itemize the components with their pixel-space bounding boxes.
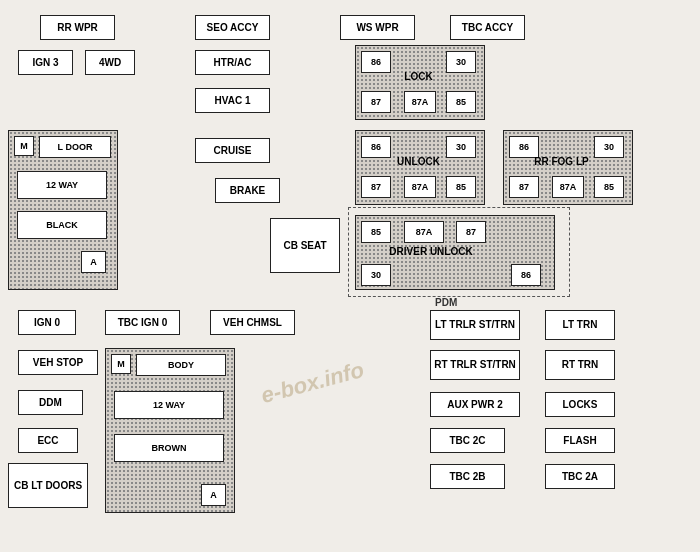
veh-stop-box: VEH STOP bbox=[18, 350, 98, 375]
lock-86: 86 bbox=[361, 51, 391, 73]
aux-pwr2-box: AUX PWR 2 bbox=[430, 392, 520, 417]
rt-trlr-sttrn-box: RT TRLR ST/TRN bbox=[430, 350, 520, 380]
brake-box: BRAKE bbox=[215, 178, 280, 203]
tbc-2a-box: TBC 2A bbox=[545, 464, 615, 489]
htr-ac-box: HTR/AC bbox=[195, 50, 270, 75]
black-box: BLACK bbox=[17, 211, 107, 239]
fwd-box: 4WD bbox=[85, 50, 135, 75]
lt-trlr-sttrn-box: LT TRLR ST/TRN bbox=[430, 310, 520, 340]
lt-trn-box: LT TRN bbox=[545, 310, 615, 340]
cb-seat-box: CB SEAT bbox=[270, 218, 340, 273]
hvac1-box: HVAC 1 bbox=[195, 88, 270, 113]
unlock-86: 86 bbox=[361, 136, 391, 158]
fog-86: 86 bbox=[509, 136, 539, 158]
tbc-2b-box: TBC 2B bbox=[430, 464, 505, 489]
ddm-box: DDM bbox=[18, 390, 83, 415]
12way-bot-box: 12 WAY bbox=[114, 391, 224, 419]
fog-87a: 87A bbox=[552, 176, 584, 198]
unlock-label: UNLOCK bbox=[386, 156, 451, 167]
bottom-connector-group: M BODY 12 WAY BROWN A bbox=[105, 348, 235, 513]
12way-top-box: 12 WAY bbox=[17, 171, 107, 199]
a-top-box: A bbox=[81, 251, 106, 273]
ws-wpr-box: WS WPR bbox=[340, 15, 415, 40]
left-connector-group: M L DOOR 12 WAY BLACK A bbox=[8, 130, 118, 290]
pdm-label: PDM bbox=[435, 297, 457, 308]
seo-accy-box: SEO ACCY bbox=[195, 15, 270, 40]
unlock-87a: 87A bbox=[404, 176, 436, 198]
ecc-box: ECC bbox=[18, 428, 78, 453]
unlock-85: 85 bbox=[446, 176, 476, 198]
brown-box: BROWN bbox=[114, 434, 224, 462]
tbc-ign0-box: TBC IGN 0 bbox=[105, 310, 180, 335]
m-bottom-label: M bbox=[111, 354, 131, 374]
rr-fog-label: RR FOG LP bbox=[529, 156, 594, 167]
cruise-box: CRUISE bbox=[195, 138, 270, 163]
unlock-30: 30 bbox=[446, 136, 476, 158]
m-top-label: M bbox=[14, 136, 34, 156]
watermark: e-box.info bbox=[258, 357, 366, 409]
lock-87: 87 bbox=[361, 91, 391, 113]
lock-87a: 87A bbox=[404, 91, 436, 113]
rr-fog-relay-group: 86 30 RR FOG LP 87 87A 85 bbox=[503, 130, 633, 205]
locks-box: LOCKS bbox=[545, 392, 615, 417]
tbc-accy-box: TBC ACCY bbox=[450, 15, 525, 40]
flash-box: FLASH bbox=[545, 428, 615, 453]
fog-87: 87 bbox=[509, 176, 539, 198]
unlock-relay-group: 86 30 UNLOCK 87 87A 85 bbox=[355, 130, 485, 205]
lock-85: 85 bbox=[446, 91, 476, 113]
ign0-box: IGN 0 bbox=[18, 310, 76, 335]
fog-30: 30 bbox=[594, 136, 624, 158]
pdm-border bbox=[348, 207, 570, 297]
a-bottom-box: A bbox=[201, 484, 226, 506]
unlock-87: 87 bbox=[361, 176, 391, 198]
ign3-box: IGN 3 bbox=[18, 50, 73, 75]
tbc-2c-box: TBC 2C bbox=[430, 428, 505, 453]
cb-lt-doors-box: CB LT DOORS bbox=[8, 463, 88, 508]
rt-trn-box: RT TRN bbox=[545, 350, 615, 380]
fog-85: 85 bbox=[594, 176, 624, 198]
body-box: BODY bbox=[136, 354, 226, 376]
lock-relay-group: 86 30 LOCK 87 87A 85 bbox=[355, 45, 485, 120]
lock-30: 30 bbox=[446, 51, 476, 73]
lock-label: LOCK bbox=[391, 71, 446, 82]
rr-wpr-box: RR WPR bbox=[40, 15, 115, 40]
fuse-diagram: RR WPR SEO ACCY WS WPR TBC ACCY IGN 3 4W… bbox=[0, 0, 700, 552]
l-door-box: L DOOR bbox=[39, 136, 111, 158]
veh-chmsl-box: VEH CHMSL bbox=[210, 310, 295, 335]
